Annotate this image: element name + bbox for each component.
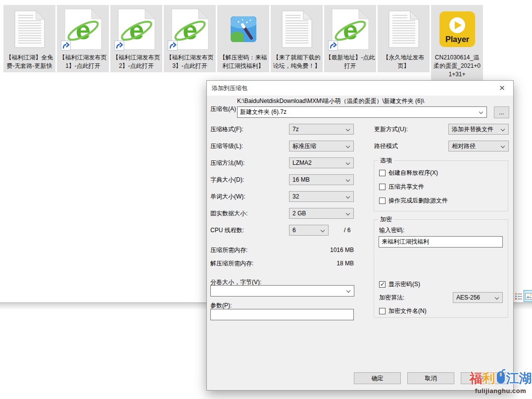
encryption-algorithm-select[interactable]: AES-256 <box>453 292 503 303</box>
shortcut-arrow-icon <box>114 41 124 52</box>
delete-after-checkbox[interactable] <box>379 198 386 204</box>
thumbnail-view-icon[interactable] <box>524 290 532 302</box>
archive-label: 压缩包(A) <box>210 103 236 114</box>
desktop-file[interactable]: e【福利江湖发布页3】-点此打开 <box>164 5 216 72</box>
volume-size-combobox[interactable] <box>210 285 354 297</box>
dictionary-select[interactable]: 16 MB <box>289 174 354 185</box>
cpu-threads-label: CPU 线程数: <box>210 225 244 236</box>
format-select[interactable]: 7z <box>289 124 354 135</box>
solid-block-select[interactable]: 2 GB <box>289 208 354 219</box>
encrypt-names-checkbox-row[interactable]: 加密文件名(N) <box>379 307 427 315</box>
path-mode-select[interactable]: 相对路径 <box>448 141 509 151</box>
encrypt-names-checkbox-label: 加密文件名(N) <box>388 307 427 315</box>
cancel-button[interactable]: 取消 <box>407 372 454 384</box>
archive-name-input[interactable] <box>238 107 476 117</box>
details-view-icon[interactable] <box>515 292 523 300</box>
svg-text:Player: Player <box>445 35 469 44</box>
shared-files-checkbox-label: 压缩共享文件 <box>388 183 424 191</box>
method-select[interactable]: LZMA2 <box>289 157 354 168</box>
file-label: 【福利江湖发布页1】-点此打开 <box>57 53 109 70</box>
volume-size-input[interactable] <box>211 286 343 296</box>
desktop-file[interactable]: 【来了就能下载的论坛，纯免费！】 <box>271 5 323 72</box>
word-size-select[interactable]: 32 <box>289 191 354 202</box>
desktop-file[interactable]: 【解压密码：来福利江湖找福利】 <box>217 5 269 72</box>
memory-decompress-row: 解压缩所需内存: 18 MB <box>210 259 354 267</box>
ok-button[interactable]: 确定 <box>354 372 401 384</box>
dialog-titlebar: 添加到压缩包 ✕ <box>207 81 513 96</box>
close-icon[interactable]: ✕ <box>491 81 513 95</box>
watermark-logo: 福利 江湖 <box>469 368 532 388</box>
ie-browser-icon: e <box>110 5 162 53</box>
fulijianghu-watermark: 福利 江湖 fulijianghu.com <box>469 368 532 395</box>
chevron-down-icon[interactable] <box>479 110 483 114</box>
svg-text:e: e <box>129 15 144 45</box>
ie-browser-icon: e <box>324 5 376 53</box>
show-password-checkbox[interactable] <box>379 281 386 288</box>
parameters-input[interactable] <box>211 309 353 320</box>
chevron-down-icon <box>346 195 350 199</box>
file-label: 【解压密码：来福利江湖找福利】 <box>217 53 269 70</box>
memory-decompress-label: 解压缩所需内存: <box>210 259 253 267</box>
desktop: 【福利江湖】全免费-无套路-更新快e【福利江湖发布页1】-点此打开e【福利江湖发… <box>0 0 532 399</box>
desktop-file[interactable]: PlayerCN21030614_温柔的蛋蛋_2021+01+31+ <box>431 5 483 81</box>
mouse-icon <box>496 368 506 388</box>
level-label: 压缩等级(L): <box>210 141 243 151</box>
chevron-down-icon <box>495 296 499 299</box>
show-password-checkbox-label: 显示密码(S) <box>388 280 420 289</box>
archive-name-combobox[interactable] <box>237 106 487 118</box>
chevron-down-icon <box>321 228 325 232</box>
show-password-checkbox-row[interactable]: 显示密码(S) <box>379 280 420 288</box>
dialog-title: 添加到压缩包 <box>212 81 247 96</box>
text-document-icon <box>378 5 430 53</box>
image-file-icon <box>217 5 269 53</box>
chevron-down-icon <box>346 127 350 131</box>
browse-button[interactable]: ... <box>494 106 509 118</box>
svg-text:e: e <box>342 15 357 45</box>
svg-text:e: e <box>75 15 90 45</box>
sfx-checkbox-row[interactable]: 创建自释放程序(X) <box>379 169 438 177</box>
options-group-title: 选项 <box>378 157 394 164</box>
ie-browser-icon: e <box>164 5 216 53</box>
parameters-field[interactable] <box>210 309 354 320</box>
password-input[interactable] <box>379 237 502 247</box>
password-label: 输入密码: <box>379 225 404 236</box>
solid-block-label: 固实数据大小: <box>210 208 247 219</box>
format-label: 压缩格式(F): <box>210 124 243 135</box>
desktop-file[interactable]: e【最新地址】-点此打开 <box>324 5 376 72</box>
chevron-down-icon <box>501 144 505 148</box>
text-document-icon <box>271 5 323 53</box>
encrypt-names-checkbox[interactable] <box>379 308 386 314</box>
svg-text:e: e <box>182 15 197 45</box>
cpu-threads-select[interactable]: 6 <box>289 225 329 236</box>
delete-after-checkbox-row[interactable]: 操作完成后删除源文件 <box>379 197 448 204</box>
file-label: 【来了就能下载的论坛，纯免费！】 <box>271 53 323 70</box>
watermark-domain: fulijianghu.com <box>469 387 532 395</box>
memory-compress-label: 压缩所需内存: <box>210 246 247 254</box>
chevron-down-icon[interactable] <box>346 289 350 293</box>
memory-decompress-value: 18 MB <box>337 259 354 267</box>
shared-files-checkbox[interactable] <box>379 184 386 190</box>
desktop-file[interactable]: 【福利江湖】全免费-无套路-更新快 <box>3 5 55 72</box>
chevron-down-icon <box>501 127 505 131</box>
dictionary-label: 字典大小(D): <box>210 174 244 185</box>
level-select[interactable]: 标准压缩 <box>289 141 354 151</box>
desktop-file[interactable]: e【福利江湖发布页1】-点此打开 <box>57 5 109 72</box>
player-icon: Player <box>431 5 483 53</box>
shared-files-checkbox-row[interactable]: 压缩共享文件 <box>379 183 424 191</box>
ie-browser-icon: e <box>57 5 109 53</box>
shortcut-arrow-icon <box>61 41 71 52</box>
sfx-checkbox[interactable] <box>379 170 386 176</box>
desktop-file[interactable]: e【福利江湖发布页2】-点此打开 <box>110 5 162 72</box>
chevron-down-icon <box>346 161 350 165</box>
encryption-group-title: 加密 <box>378 216 394 223</box>
desktop-file[interactable]: 【永久地址发布页】 <box>378 5 430 72</box>
cpu-threads-max: / 6 <box>344 225 350 236</box>
update-mode-select[interactable]: 添加并替换文件 <box>448 124 509 135</box>
method-label: 压缩方法(M): <box>210 157 244 168</box>
word-size-label: 单词大小(W): <box>210 191 245 202</box>
text-document-icon <box>3 5 55 53</box>
encryption-group: 加密 输入密码: 显示密码(S) 加密算法: AES-256 加密文件名(N) <box>374 219 508 318</box>
password-field[interactable] <box>379 236 503 248</box>
memory-compress-row: 压缩所需内存: 1016 MB <box>210 246 354 254</box>
sfx-checkbox-label: 创建自释放程序(X) <box>388 169 438 177</box>
